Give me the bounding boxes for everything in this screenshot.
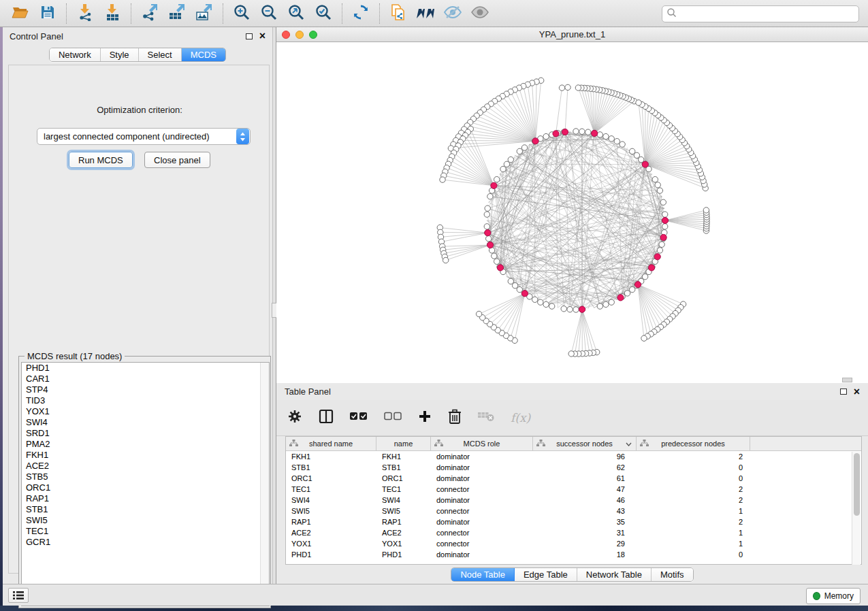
network-node[interactable]: [655, 182, 660, 188]
mcds-node[interactable]: [642, 161, 648, 167]
copy-network-button[interactable]: [385, 3, 412, 24]
memory-button[interactable]: Memory: [806, 588, 861, 604]
cell-mcds-role[interactable]: dominator: [431, 549, 533, 560]
optimization-criterion-dropdown[interactable]: largest connected component (undirected): [37, 128, 251, 145]
float-panel-button[interactable]: [246, 33, 253, 39]
cell-successor-nodes[interactable]: 43: [533, 506, 637, 516]
table-tab-network-table[interactable]: Network Table: [577, 568, 652, 581]
cell-predecessor-nodes[interactable]: 1: [637, 538, 750, 549]
network-node[interactable]: [512, 283, 517, 288]
cell-name[interactable]: STB1: [376, 462, 431, 473]
tab-select[interactable]: Select: [139, 48, 182, 61]
mcds-node[interactable]: [660, 234, 666, 240]
cell-shared-name[interactable]: SWI4: [286, 495, 376, 506]
mcds-node[interactable]: [662, 217, 668, 223]
network-node[interactable]: [484, 212, 489, 217]
search-input[interactable]: [677, 7, 858, 21]
network-node[interactable]: [487, 194, 493, 199]
close-panel-button[interactable]: ×: [259, 32, 266, 40]
mcds-node[interactable]: [497, 265, 503, 271]
select-all-button[interactable]: [350, 412, 368, 424]
column-header-predecessor-nodes[interactable]: predecessor nodes: [637, 437, 750, 450]
cell-successor-nodes[interactable]: 62: [533, 462, 637, 473]
network-node[interactable]: [662, 212, 668, 217]
table-scrollbar-thumb[interactable]: [854, 453, 860, 516]
export-table-button[interactable]: [163, 3, 191, 24]
network-node[interactable]: [630, 286, 635, 292]
mcds-node[interactable]: [562, 129, 568, 135]
network-node[interactable]: [494, 259, 500, 264]
network-node[interactable]: [543, 133, 549, 139]
cell-name[interactable]: ACE2: [376, 527, 431, 538]
network-node[interactable]: [492, 253, 497, 259]
cell-mcds-role[interactable]: connector: [431, 484, 533, 495]
find-neighbors-button[interactable]: [412, 3, 439, 24]
mcds-node[interactable]: [649, 265, 655, 271]
network-node[interactable]: [543, 301, 549, 307]
cell-shared-name[interactable]: YOX1: [286, 538, 376, 549]
import-network-button[interactable]: [71, 3, 99, 24]
column-header-MCDS-role[interactable]: MCDS role: [431, 437, 533, 450]
table-scrollbar[interactable]: [852, 452, 861, 565]
network-node[interactable]: [659, 242, 664, 247]
cell-shared-name[interactable]: FKH1: [286, 451, 376, 462]
mcds-node[interactable]: [592, 130, 598, 136]
mcds-result-item[interactable]: STP4: [22, 384, 269, 395]
zoom-fit-button[interactable]: [283, 3, 310, 24]
leaf-node[interactable]: [568, 351, 574, 357]
cell-predecessor-nodes[interactable]: 2: [637, 516, 750, 527]
export-image-button[interactable]: [191, 3, 218, 24]
cell-name[interactable]: FKH1: [376, 451, 431, 462]
cell-name[interactable]: PHD1: [376, 549, 431, 560]
network-node[interactable]: [538, 299, 543, 305]
network-node[interactable]: [603, 133, 609, 139]
network-node[interactable]: [532, 297, 538, 302]
table-row[interactable]: YOX1YOX1connector291: [286, 538, 861, 549]
table-tab-node-table[interactable]: Node Table: [451, 568, 515, 581]
mcds-list-scrollbar[interactable]: [260, 363, 269, 606]
mcds-result-item[interactable]: SWI4: [22, 417, 269, 428]
network-node[interactable]: [573, 129, 579, 134]
network-node[interactable]: [573, 307, 579, 312]
leaf-node[interactable]: [559, 85, 564, 90]
network-node[interactable]: [486, 236, 492, 242]
horizontal-splitter-grip[interactable]: [842, 378, 852, 382]
network-node[interactable]: [620, 142, 625, 147]
cell-shared-name[interactable]: RAP1: [286, 516, 376, 527]
search-box[interactable]: [662, 5, 859, 22]
table-row[interactable]: SWI4SWI4dominator462: [286, 495, 861, 506]
cell-shared-name[interactable]: TEC1: [286, 484, 376, 495]
mcds-node[interactable]: [487, 242, 494, 248]
cell-mcds-role[interactable]: dominator: [431, 462, 533, 473]
open-file-button[interactable]: [7, 3, 34, 24]
leaf-node[interactable]: [636, 100, 641, 105]
chevron-down-icon[interactable]: [626, 440, 632, 448]
cell-predecessor-nodes[interactable]: 2: [637, 451, 750, 462]
cell-predecessor-nodes[interactable]: 0: [637, 462, 750, 473]
cell-predecessor-nodes[interactable]: 1: [637, 527, 750, 538]
network-node[interactable]: [657, 188, 662, 193]
cell-shared-name[interactable]: STB1: [286, 462, 376, 473]
network-node[interactable]: [508, 156, 513, 162]
table-row[interactable]: RAP1RAP1dominator352: [286, 516, 861, 527]
network-node[interactable]: [634, 152, 639, 158]
leaf-node[interactable]: [440, 177, 445, 182]
close-panel-button-mcds[interactable]: Close panel: [144, 152, 210, 168]
network-canvas[interactable]: [276, 42, 868, 383]
table-tab-motifs[interactable]: Motifs: [652, 568, 693, 581]
mcds-result-item[interactable]: RAP1: [22, 493, 269, 504]
delete-column-button[interactable]: [448, 409, 462, 427]
network-node[interactable]: [662, 224, 668, 229]
network-node[interactable]: [485, 205, 490, 211]
mcds-result-item[interactable]: SWI5: [22, 515, 269, 526]
cell-mcds-role[interactable]: dominator: [431, 516, 533, 527]
cell-shared-name[interactable]: ORC1: [286, 473, 376, 484]
hide-selected-button[interactable]: [439, 3, 466, 24]
cell-mcds-role[interactable]: connector: [431, 506, 533, 516]
network-node[interactable]: [494, 177, 500, 182]
network-node[interactable]: [561, 306, 566, 312]
zoom-in-button[interactable]: [228, 3, 255, 24]
tab-mcds[interactable]: MCDS: [182, 48, 225, 61]
settings-gear-button[interactable]: [287, 409, 302, 427]
cell-shared-name[interactable]: PHD1: [286, 549, 376, 560]
